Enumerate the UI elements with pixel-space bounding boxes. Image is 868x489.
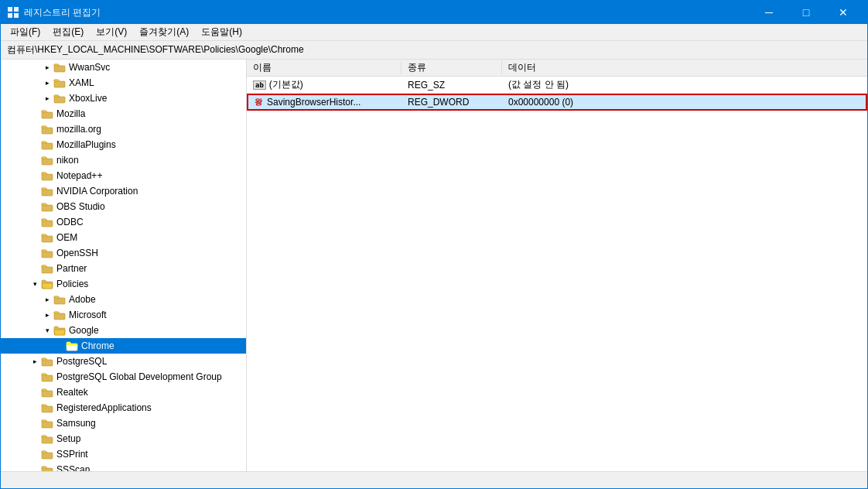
tree-item[interactable]: ▸ XboxLive: [1, 91, 246, 106]
expand-arrow-icon[interactable]: [29, 123, 41, 135]
expand-arrow-icon[interactable]: ▸: [41, 293, 53, 306]
expand-arrow-icon[interactable]: ▸: [41, 77, 53, 89]
tree-item[interactable]: Realtek: [1, 385, 246, 400]
tree-item-label: Microsoft: [69, 309, 107, 320]
svg-rect-0: [8, 7, 12, 12]
expand-arrow-icon[interactable]: [29, 371, 41, 383]
tree-item[interactable]: ▸ WwanSvc: [1, 60, 246, 75]
tree-item-label: Partner: [56, 263, 87, 274]
folder-icon: [41, 371, 53, 382]
menu-edit[interactable]: 편집(E): [46, 24, 90, 40]
table-row[interactable]: ab(기본값)REG_SZ(값 설정 안 됨): [247, 77, 867, 94]
tree-item[interactable]: ▸ Adobe: [1, 292, 246, 307]
folder-icon: [41, 155, 53, 166]
tree-item[interactable]: Setup: [1, 431, 246, 446]
folder-icon: [41, 139, 53, 150]
tree-item[interactable]: mozilla.org: [1, 121, 246, 137]
menu-file[interactable]: 파일(F): [4, 24, 46, 40]
cell-name-text: (기본값): [269, 78, 303, 91]
table-body[interactable]: ab(기본값)REG_SZ(값 설정 안 됨)왕SavingBrowserHis…: [247, 77, 867, 471]
expand-arrow-icon[interactable]: [29, 138, 41, 151]
expand-arrow-icon[interactable]: [29, 402, 41, 414]
tree-item-label: RegisteredApplications: [56, 402, 152, 413]
tree-item[interactable]: SSPrint: [1, 446, 246, 462]
cell-type: REG_SZ: [402, 80, 502, 91]
folder-icon: [53, 62, 66, 73]
tree-item[interactable]: ▾ Policies: [1, 276, 246, 292]
menu-favorites[interactable]: 즐겨찾기(A): [133, 24, 195, 40]
tree-item[interactable]: MozillaPlugins: [1, 137, 246, 152]
expand-arrow-icon[interactable]: [29, 108, 41, 120]
expand-arrow-icon[interactable]: [29, 433, 41, 445]
minimize-button[interactable]: ─: [751, 1, 787, 24]
tree-item-label: Mozilla: [56, 108, 85, 119]
expand-arrow-icon[interactable]: ▸: [41, 309, 53, 321]
reg-type-icon: 왕: [253, 97, 264, 108]
expand-arrow-icon[interactable]: [29, 463, 41, 471]
expand-arrow-icon[interactable]: ▸: [41, 92, 53, 104]
tree-item[interactable]: ▾ Google: [1, 323, 246, 338]
tree-item[interactable]: RegisteredApplications: [1, 400, 246, 415]
expand-arrow-icon[interactable]: ▸: [29, 355, 41, 368]
main-content: ▸ WwanSvc▸ XAML▸ XboxLive Mozilla mozill…: [1, 60, 867, 471]
tree-item[interactable]: Partner: [1, 261, 246, 276]
expand-arrow-icon[interactable]: [29, 231, 41, 244]
folder-icon: [53, 294, 66, 305]
menu-help[interactable]: 도움말(H): [195, 24, 248, 40]
title-bar-left: 레지스트리 편집기: [7, 6, 101, 19]
app-icon: [7, 6, 19, 19]
folder-icon: [41, 248, 53, 258]
tree-item[interactable]: Notepad++: [1, 168, 246, 183]
folder-icon: [53, 325, 66, 336]
tree-item[interactable]: NVIDIA Corporation: [1, 183, 246, 199]
expand-arrow-icon[interactable]: [29, 154, 41, 166]
tree-item[interactable]: ▸ Microsoft: [1, 307, 246, 323]
folder-icon: [41, 217, 53, 227]
expand-arrow-icon[interactable]: [29, 417, 41, 429]
tree-item[interactable]: OBS Studio: [1, 199, 246, 214]
maximize-button[interactable]: □: [788, 1, 824, 24]
tree-item-label: OBS Studio: [56, 201, 105, 212]
expand-arrow-icon[interactable]: [29, 185, 41, 197]
expand-arrow-icon[interactable]: [29, 262, 41, 275]
expand-arrow-icon[interactable]: [29, 169, 41, 182]
expand-arrow-icon[interactable]: ▸: [41, 61, 53, 74]
tree-panel[interactable]: ▸ WwanSvc▸ XAML▸ XboxLive Mozilla mozill…: [1, 60, 247, 471]
tree-item-label: Realtek: [56, 387, 88, 398]
expand-arrow-icon[interactable]: [29, 216, 41, 228]
folder-icon: [41, 186, 53, 197]
tree-item[interactable]: Chrome: [1, 338, 246, 354]
tree-item[interactable]: SSScan: [1, 462, 246, 471]
tree-item[interactable]: Samsung: [1, 415, 246, 431]
tree-item[interactable]: nikon: [1, 152, 246, 168]
expand-arrow-icon[interactable]: ▾: [29, 278, 41, 290]
cell-name: 왕SavingBrowserHistor...: [247, 97, 402, 108]
tree-item[interactable]: OpenSSH: [1, 245, 246, 261]
tree-item[interactable]: Mozilla: [1, 106, 246, 121]
expand-arrow-icon[interactable]: [29, 200, 41, 213]
expand-arrow-icon[interactable]: ▾: [41, 324, 53, 337]
tree-item-label: WwanSvc: [69, 62, 110, 73]
close-button[interactable]: ✕: [825, 1, 861, 24]
table-row[interactable]: 왕SavingBrowserHistor...REG_DWORD0x000000…: [247, 94, 867, 111]
cell-data: (값 설정 안 됨): [502, 78, 867, 91]
menu-bar: 파일(F) 편집(E) 보기(V) 즐겨찾기(A) 도움말(H): [1, 24, 867, 41]
tree-item[interactable]: ▸ XAML: [1, 75, 246, 91]
expand-arrow-icon[interactable]: [53, 340, 66, 352]
svg-rect-1: [14, 7, 19, 12]
expand-arrow-icon[interactable]: [29, 247, 41, 259]
breadcrumb-text: 컴퓨터\HKEY_LOCAL_MACHINE\SOFTWARE\Policies…: [7, 43, 304, 56]
tree-item[interactable]: ODBC: [1, 214, 246, 230]
tree-item[interactable]: OEM: [1, 230, 246, 245]
folder-icon: [41, 387, 53, 398]
tree-item-label: NVIDIA Corporation: [56, 186, 138, 197]
status-bar: [1, 471, 867, 488]
expand-arrow-icon[interactable]: [29, 448, 41, 460]
cell-type: REG_DWORD: [402, 97, 502, 108]
menu-view[interactable]: 보기(V): [90, 24, 133, 40]
tree-item[interactable]: ▸ PostgreSQL: [1, 354, 246, 369]
expand-arrow-icon[interactable]: [29, 386, 41, 398]
tree-item-label: OEM: [56, 232, 77, 243]
tree-item-label: OpenSSH: [56, 248, 98, 258]
tree-item[interactable]: PostgreSQL Global Development Group: [1, 369, 246, 385]
